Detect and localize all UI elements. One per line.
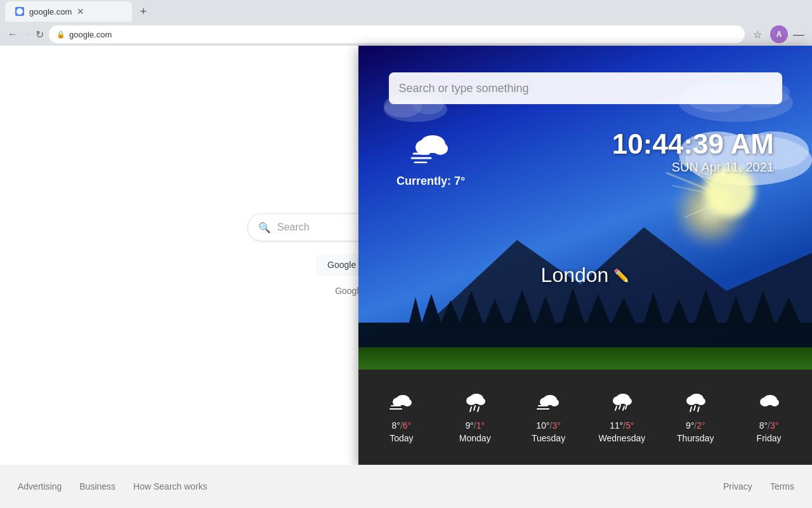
forecast-label-thursday: Thursday xyxy=(677,433,714,443)
bookmark-star-icon[interactable]: ☆ xyxy=(750,27,765,42)
svg-line-47 xyxy=(470,407,471,411)
forecast-temps-friday: 8°/3° xyxy=(759,420,779,431)
forecast-label-today: Today xyxy=(390,433,413,443)
svg-rect-16 xyxy=(358,323,812,348)
back-button[interactable]: ← xyxy=(8,29,18,41)
refresh-button[interactable]: ↻ xyxy=(36,29,44,41)
weather-time-right: 10:44:39 AM SUN Apr 11, 2021 xyxy=(612,128,774,175)
date-display: SUN Apr 11, 2021 xyxy=(612,160,774,175)
forecast-icon-tuesday xyxy=(536,391,561,418)
terms-link[interactable]: Terms xyxy=(770,481,794,491)
currently-temp: Currently: 7° xyxy=(396,175,465,188)
grass-strip xyxy=(358,347,812,370)
forecast-label-monday: Monday xyxy=(459,433,491,443)
forecast-thursday: 9°/2° Thursday xyxy=(658,391,732,443)
svg-point-34 xyxy=(416,140,433,155)
weather-search-text: Search or type something xyxy=(399,82,529,95)
svg-point-35 xyxy=(433,142,448,155)
svg-marker-20 xyxy=(460,291,483,323)
city-name: London ✏️ xyxy=(541,264,630,287)
forecast-temps-wednesday: 11°/5° xyxy=(610,420,634,431)
current-weather-icon xyxy=(409,128,453,171)
new-tab-button[interactable]: + xyxy=(134,3,152,20)
svg-point-64 xyxy=(697,398,705,405)
svg-marker-19 xyxy=(441,300,460,323)
svg-marker-17 xyxy=(409,297,422,323)
svg-point-56 xyxy=(613,396,623,405)
current-weather-display: Currently: 7° 10:44:39 AM SUN Apr 11, 20… xyxy=(358,128,812,188)
footer-left-links: Advertising Business How Search works xyxy=(18,481,207,491)
weather-condition-left: Currently: 7° xyxy=(396,128,465,188)
svg-point-63 xyxy=(686,396,697,405)
forecast-temps-today: 8°/6° xyxy=(392,420,412,431)
svg-marker-32 xyxy=(777,297,800,323)
forecast-temps-tuesday: 10°/3° xyxy=(536,420,560,431)
svg-line-61 xyxy=(625,405,627,409)
forecast-icon-monday xyxy=(462,391,488,418)
forecast-temps-thursday: 9°/2° xyxy=(686,420,705,431)
forecast-icon-friday xyxy=(756,391,782,418)
forecast-wednesday: 11°/5° Wednesday xyxy=(585,391,658,443)
forecast-monday: 9°/1° Monday xyxy=(438,391,512,443)
advertising-link[interactable]: Advertising xyxy=(18,481,62,491)
address-bar[interactable]: 🔒 google.com xyxy=(49,25,745,43)
svg-marker-29 xyxy=(695,290,717,323)
svg-marker-21 xyxy=(485,298,504,323)
forecast-friday: 8°/3° Friday xyxy=(732,391,806,443)
business-link[interactable]: Business xyxy=(79,481,115,491)
forecast-tuesday: 10°/3° Tuesday xyxy=(512,391,586,443)
forecast-label-wednesday: Wednesday xyxy=(599,433,646,443)
svg-marker-28 xyxy=(669,298,688,323)
forecast-strip: 8°/6° Today 9°/1° xyxy=(358,370,812,465)
svg-line-60 xyxy=(623,406,624,410)
forecast-icon-thursday xyxy=(683,391,708,418)
svg-marker-30 xyxy=(726,296,745,323)
svg-marker-22 xyxy=(511,290,534,323)
time-display: 10:44:39 AM xyxy=(612,128,774,160)
weather-search-bar[interactable]: Search or type something xyxy=(389,72,782,104)
page-content: G 🔍 Search Google Search I'm Feeling Luc… xyxy=(0,46,812,508)
forward-button[interactable]: → xyxy=(22,29,32,41)
svg-point-0 xyxy=(16,8,23,15)
svg-point-52 xyxy=(550,399,559,406)
browser-action-icons: ☆ A — xyxy=(750,25,804,43)
browser-chrome: google.com ✕ + ← → ↻ 🔒 google.com ☆ A — xyxy=(0,0,812,46)
svg-point-51 xyxy=(540,398,550,406)
svg-marker-25 xyxy=(587,294,610,323)
tab-favicon xyxy=(15,7,24,16)
svg-marker-18 xyxy=(422,294,441,323)
page-footer: Advertising Business How Search works Pr… xyxy=(0,465,812,508)
forecast-icon-wednesday xyxy=(609,391,634,418)
svg-line-66 xyxy=(694,406,695,410)
forecast-label-friday: Friday xyxy=(757,433,782,443)
tab-close-button[interactable]: ✕ xyxy=(77,6,84,17)
forecast-temps-monday: 9°/1° xyxy=(465,420,485,431)
forecast-icon-today xyxy=(389,391,414,418)
svg-marker-27 xyxy=(644,292,663,323)
tab-bar: google.com ✕ + xyxy=(0,0,812,23)
svg-point-40 xyxy=(393,398,403,406)
svg-point-45 xyxy=(466,396,476,405)
footer-right-links: Privacy Terms xyxy=(723,481,794,491)
forecast-today: 8°/6° Today xyxy=(365,391,438,443)
minimize-button[interactable]: — xyxy=(793,28,804,41)
svg-line-49 xyxy=(478,407,479,411)
forecast-label-tuesday: Tuesday xyxy=(532,433,565,443)
svg-line-67 xyxy=(698,407,699,411)
svg-point-69 xyxy=(760,398,770,406)
svg-line-48 xyxy=(474,406,475,410)
edit-city-icon[interactable]: ✏️ xyxy=(613,268,629,283)
profile-avatar[interactable]: A xyxy=(770,25,788,43)
svg-point-46 xyxy=(476,398,485,405)
active-tab[interactable]: google.com ✕ xyxy=(5,1,132,22)
privacy-link[interactable]: Privacy xyxy=(723,481,752,491)
address-bar-row: ← → ↻ 🔒 google.com ☆ A — xyxy=(0,23,812,46)
svg-line-65 xyxy=(690,407,691,411)
svg-marker-26 xyxy=(612,297,635,323)
how-search-works-link[interactable]: How Search works xyxy=(133,481,207,491)
trees-silhouette xyxy=(358,284,812,351)
weather-background: Search or type something xyxy=(358,46,812,370)
address-text: google.com xyxy=(69,30,112,39)
weather-panel: Search or type something xyxy=(358,46,812,465)
svg-point-57 xyxy=(623,398,632,405)
